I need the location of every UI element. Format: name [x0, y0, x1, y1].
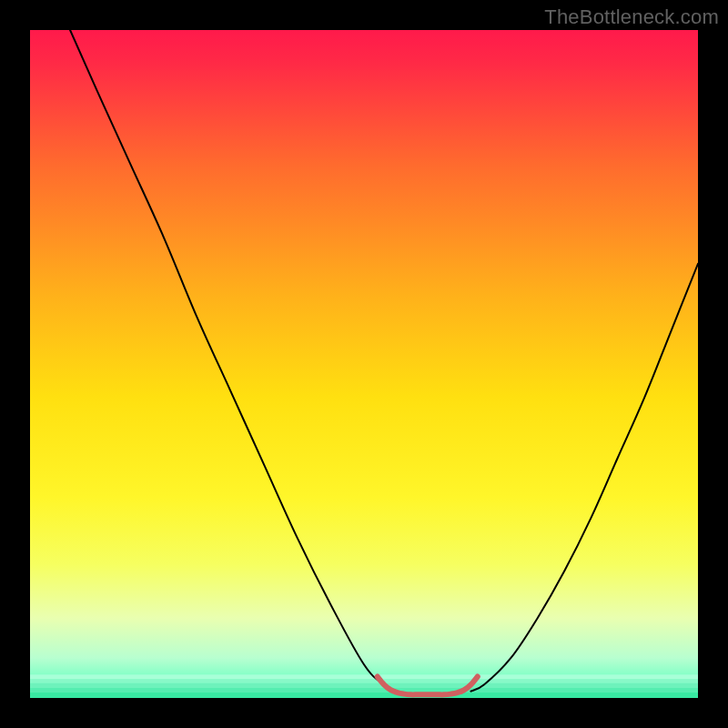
bottom-band — [30, 683, 698, 688]
gradient-background — [30, 30, 698, 698]
watermark-text: TheBottleneck.com — [544, 5, 719, 29]
bottom-band — [30, 674, 698, 679]
plot-area — [30, 30, 698, 698]
chart-frame: TheBottleneck.com — [0, 0, 728, 728]
plot-svg — [30, 30, 698, 698]
bottom-band — [30, 679, 698, 682]
bottom-band — [30, 688, 698, 693]
bottom-band — [30, 693, 698, 698]
